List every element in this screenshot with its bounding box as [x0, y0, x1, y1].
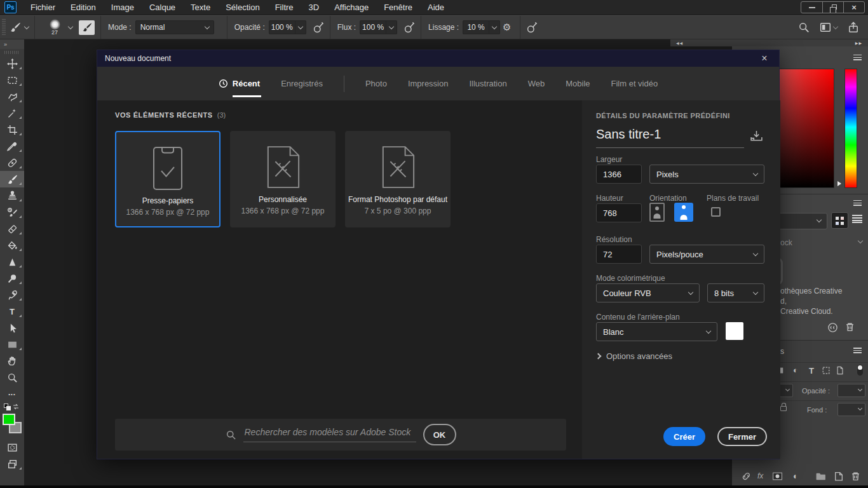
- blend-mode-select[interactable]: Normal: [135, 20, 214, 34]
- filter-type-icon[interactable]: T: [809, 366, 814, 376]
- close-dialog-button[interactable]: Fermer: [717, 427, 767, 446]
- tool-eraser[interactable]: [0, 220, 24, 237]
- card-photoshop-default[interactable]: Format Photoshop par défaut 7 x 5 po @ 3…: [345, 131, 451, 227]
- tool-dodge[interactable]: [0, 270, 24, 287]
- adjustment-layer-icon[interactable]: ◐: [793, 471, 798, 481]
- search-icon[interactable]: [798, 22, 810, 33]
- minimize-button[interactable]: [801, 2, 822, 13]
- tool-more-options[interactable]: •••: [0, 386, 24, 402]
- menu-fenetre[interactable]: Fenêtre: [376, 3, 420, 12]
- restore-button[interactable]: [822, 2, 843, 13]
- stock-search-input[interactable]: [243, 427, 416, 442]
- filter-toggle-switch[interactable]: [857, 365, 863, 376]
- orientation-portrait-button[interactable]: [649, 203, 665, 222]
- tool-screen-mode[interactable]: [0, 456, 24, 472]
- tool-sharpen[interactable]: [0, 254, 24, 270]
- menu-fichier[interactable]: Fichier: [23, 3, 63, 12]
- smoothing-options-gear-icon[interactable]: ⚙: [503, 22, 511, 33]
- hue-slider[interactable]: [844, 69, 857, 188]
- background-select[interactable]: Blanc: [596, 322, 717, 341]
- layers-panel-menu-icon[interactable]: [853, 348, 862, 353]
- tool-history-brush[interactable]: [0, 204, 24, 220]
- tool-pen[interactable]: [0, 287, 24, 303]
- options-grip-handle[interactable]: [2, 19, 6, 36]
- smoothing-value[interactable]: 10 %: [463, 20, 489, 34]
- tool-paint-bucket[interactable]: [0, 237, 24, 254]
- tab-photo[interactable]: Photo: [365, 79, 387, 88]
- brush-tool-preset-icon[interactable]: [10, 22, 21, 33]
- collapse-panels-right-icon[interactable]: ▶▶: [855, 41, 862, 45]
- libraries-panel-menu-icon[interactable]: [853, 200, 862, 206]
- flow-chevron[interactable]: [386, 20, 397, 34]
- card-custom[interactable]: Personnalisée 868 x 488 px @ 72 ppp: [230, 131, 336, 227]
- artboards-checkbox[interactable]: [711, 207, 721, 217]
- color-panel-menu-icon[interactable]: [853, 55, 862, 60]
- tool-rectangular-marquee[interactable]: [0, 72, 24, 88]
- menu-aide[interactable]: Aide: [420, 3, 452, 12]
- brush-picker-chevron-icon[interactable]: [68, 24, 73, 29]
- resolution-input[interactable]: [596, 245, 642, 264]
- tool-path-selection[interactable]: [0, 320, 24, 336]
- tab-print[interactable]: Impression: [408, 79, 449, 88]
- resolution-unit-select[interactable]: Pixels/pouce: [649, 245, 764, 264]
- advanced-options-toggle[interactable]: Options avancées: [596, 351, 672, 361]
- opacity-value[interactable]: 100 %: [269, 20, 295, 34]
- ok-button[interactable]: OK: [423, 424, 456, 445]
- create-button[interactable]: Créer: [663, 427, 705, 446]
- tool-clone-stamp[interactable]: [0, 187, 24, 204]
- save-preset-icon[interactable]: [750, 130, 763, 142]
- tool-move[interactable]: [0, 55, 24, 72]
- menu-affichage[interactable]: Affichage: [327, 3, 376, 12]
- width-input[interactable]: [596, 165, 642, 184]
- brush-preset-chevron-icon[interactable]: [24, 24, 29, 29]
- toggle-brush-settings-button[interactable]: [79, 20, 95, 35]
- toolbar-collapse-header[interactable]: »: [0, 39, 24, 49]
- menu-filtre[interactable]: Filtre: [268, 3, 301, 12]
- tool-crop[interactable]: [0, 121, 24, 138]
- link-layers-icon[interactable]: [741, 471, 752, 482]
- height-input[interactable]: [596, 203, 642, 222]
- menu-image[interactable]: Image: [104, 3, 142, 12]
- document-name-input[interactable]: [596, 127, 744, 148]
- toolbar-grip-handle[interactable]: [4, 51, 20, 54]
- layer-style-fx-icon[interactable]: fx: [757, 471, 763, 480]
- list-view-button[interactable]: [852, 215, 862, 223]
- tab-illustration[interactable]: Illustration: [469, 79, 506, 88]
- tool-spot-healing[interactable]: [0, 154, 24, 171]
- airbrush-icon[interactable]: [403, 22, 415, 33]
- foreground-color-swatch[interactable]: [3, 414, 15, 425]
- tool-quick-mask[interactable]: [0, 439, 24, 456]
- delete-layer-trash-icon[interactable]: [850, 471, 861, 482]
- flow-value[interactable]: 100 %: [360, 20, 386, 34]
- default-colors-icon[interactable]: [4, 403, 8, 408]
- menu-calque[interactable]: Calque: [142, 3, 183, 12]
- tool-rectangle[interactable]: [0, 336, 24, 353]
- new-layer-icon[interactable]: [833, 471, 844, 482]
- tab-saved[interactable]: Enregistrés: [281, 79, 323, 88]
- filter-shape-icon[interactable]: [822, 366, 831, 375]
- pressure-opacity-icon[interactable]: [313, 22, 324, 33]
- layers-opacity-select[interactable]: [837, 384, 865, 397]
- orientation-landscape-button[interactable]: [674, 203, 693, 222]
- opacity-chevron[interactable]: [295, 20, 306, 34]
- new-group-folder-icon[interactable]: [815, 471, 826, 482]
- menu-edition[interactable]: Edition: [63, 3, 104, 12]
- layer-mask-icon[interactable]: [772, 471, 783, 482]
- pressure-size-icon[interactable]: [526, 22, 538, 33]
- width-unit-select[interactable]: Pixels: [649, 165, 764, 184]
- tool-zoom[interactable]: [0, 369, 24, 386]
- card-clipboard[interactable]: Presse-papiers 868 x 488 px @ 72 ppp: [115, 131, 220, 227]
- trash-icon[interactable]: [844, 322, 855, 332]
- dialog-close-button[interactable]: ×: [757, 53, 771, 64]
- menu-texte[interactable]: Texte: [183, 3, 218, 12]
- tool-magic-wand[interactable]: [0, 105, 24, 121]
- smoothing-chevron[interactable]: [489, 20, 500, 34]
- lock-icon[interactable]: [780, 406, 787, 411]
- tool-lasso[interactable]: [0, 88, 24, 105]
- creative-cloud-icon[interactable]: [827, 322, 838, 333]
- menu-selection[interactable]: Sélection: [218, 3, 267, 12]
- dialog-titlebar[interactable]: Nouveau document ×: [97, 50, 779, 67]
- filter-adjustment-icon[interactable]: ◐: [793, 365, 798, 375]
- color-mode-select[interactable]: Couleur RVB: [596, 283, 700, 302]
- grid-view-button[interactable]: [831, 212, 848, 229]
